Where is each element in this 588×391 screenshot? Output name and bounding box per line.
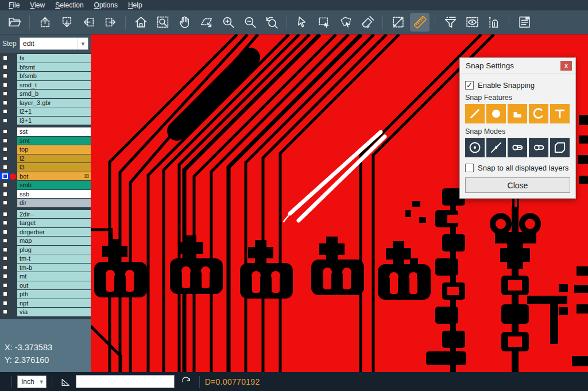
snap-slot-button[interactable] (529, 138, 548, 157)
layer-row-tm-t[interactable]: tm-t (0, 254, 91, 263)
measure-distance-button[interactable] (388, 13, 408, 32)
layer-visibility-checkbox[interactable] (0, 127, 10, 136)
view-area-button[interactable] (462, 13, 482, 32)
ruler-button[interactable] (410, 13, 430, 32)
menu-item-selection[interactable]: Selection (50, 1, 88, 9)
layer-color-swatch[interactable] (10, 163, 17, 172)
layer-color-swatch[interactable] (10, 172, 17, 181)
layer-name[interactable]: l2 (17, 154, 91, 163)
layer-name[interactable]: l2+1 (17, 107, 91, 116)
layer-name[interactable]: smd_t (17, 81, 91, 90)
layer-name[interactable]: via (17, 308, 91, 316)
layer-color-swatch[interactable] (10, 272, 17, 281)
layer-visibility-checkbox[interactable] (0, 107, 10, 116)
layer-row-l2+1[interactable]: l2+1 (0, 107, 91, 116)
layer-name[interactable]: tm-t (17, 254, 91, 263)
filter-button[interactable] (440, 13, 460, 32)
layer-name[interactable]: top (17, 145, 91, 154)
layer-visibility-checkbox[interactable] (0, 72, 10, 80)
layer-visibility-checkbox[interactable] (0, 172, 10, 181)
layer-row-l3+1[interactable]: l3+1 (0, 117, 91, 125)
layer-row-smb[interactable]: smb (0, 181, 91, 189)
layer-visibility-checkbox[interactable] (0, 63, 10, 72)
layer-visibility-checkbox[interactable] (0, 54, 10, 63)
layer-row-smt[interactable]: smt (0, 137, 91, 145)
snap-arc-button[interactable] (529, 104, 548, 123)
layer-row-pth[interactable]: pth (0, 290, 91, 299)
select-polygon-button[interactable] (336, 13, 355, 32)
layer-row-smd_b[interactable]: smd_b (0, 90, 91, 98)
layer-visibility-checkbox[interactable] (0, 219, 10, 227)
layer-color-swatch[interactable] (10, 264, 17, 272)
enable-snapping-row[interactable]: Enable Snapping (465, 81, 570, 90)
layer-row-mt[interactable]: mt (0, 272, 91, 281)
layer-visibility-checkbox[interactable] (0, 137, 10, 145)
layer-row-l3[interactable]: l3 (0, 163, 91, 172)
layer-color-swatch[interactable] (10, 117, 17, 125)
snap-corner-button[interactable] (550, 138, 570, 157)
layer-visibility-checkbox[interactable] (0, 90, 10, 98)
layer-name[interactable]: sst (17, 127, 91, 136)
layer-color-swatch[interactable] (10, 54, 17, 63)
layer-row-npt[interactable]: npt (0, 299, 91, 308)
zoom-out-button[interactable] (240, 13, 260, 32)
layer-color-swatch[interactable] (10, 90, 17, 98)
layer-name[interactable]: 2dir-- (17, 210, 91, 219)
layer-name[interactable]: out (17, 281, 91, 290)
layer-name[interactable]: mt (17, 272, 91, 281)
report-panel-button[interactable] (514, 13, 534, 32)
layer-row-out[interactable]: out (0, 281, 91, 290)
layer-visibility-checkbox[interactable] (0, 290, 10, 299)
pan-right-button[interactable] (100, 13, 120, 32)
menu-item-help[interactable]: Help (123, 1, 148, 9)
layer-visibility-checkbox[interactable] (0, 163, 10, 172)
snap-point-on-line-button[interactable] (486, 138, 506, 157)
close-button[interactable]: Close (465, 177, 570, 193)
layer-row-smd_t[interactable]: smd_t (0, 81, 91, 90)
layer-row-plug[interactable]: plug (0, 246, 91, 254)
layer-visibility-checkbox[interactable] (0, 264, 10, 272)
layer-row-ssb[interactable]: ssb (0, 190, 91, 199)
layer-row-bfsmt[interactable]: bfsmt (0, 63, 91, 72)
layer-name[interactable]: tm-b (17, 264, 91, 272)
layer-row-l2[interactable]: l2 (0, 154, 91, 163)
layer-color-swatch[interactable] (10, 107, 17, 116)
layer-visibility-checkbox[interactable] (0, 254, 10, 263)
zoom-previous-button[interactable] (262, 13, 281, 32)
layer-name[interactable]: dirgerber (17, 228, 91, 237)
snap-center-button[interactable] (465, 138, 485, 157)
layer-visibility-checkbox[interactable] (0, 272, 10, 281)
layer-visibility-checkbox[interactable] (0, 246, 10, 254)
layer-name[interactable]: layer_3.gbr (17, 99, 91, 107)
layer-visibility-checkbox[interactable] (0, 228, 10, 237)
layer-color-swatch[interactable] (10, 299, 17, 308)
layer-name[interactable]: fx (17, 54, 91, 63)
layer-color-swatch[interactable] (10, 190, 17, 199)
layer-row-bfsmb[interactable]: bfsmb (0, 72, 91, 80)
layer-row-bot[interactable]: bot⊞ (0, 172, 91, 181)
layer-visibility-checkbox[interactable] (0, 237, 10, 245)
layer-row-target[interactable]: target (0, 219, 91, 227)
pan-left-button[interactable] (79, 13, 98, 32)
layer-visibility-checkbox[interactable] (0, 199, 10, 207)
layer-color-swatch[interactable] (10, 72, 17, 80)
layer-row-layer_3.gbr[interactable]: layer_3.gbr (0, 99, 91, 107)
layer-row-fx[interactable]: fx (0, 54, 91, 63)
layer-row-via[interactable]: via (0, 308, 91, 316)
snap-line-button[interactable] (465, 104, 485, 123)
layer-visibility-checkbox[interactable] (0, 99, 10, 107)
layer-visibility-checkbox[interactable] (0, 210, 10, 219)
layer-name[interactable]: smb (17, 181, 91, 189)
layer-visibility-checkbox[interactable] (0, 117, 10, 125)
menu-item-view[interactable]: View (25, 1, 50, 9)
layer-row-map[interactable]: map (0, 237, 91, 245)
layer-name[interactable]: npt (17, 299, 91, 308)
zoom-window-button[interactable] (153, 13, 172, 32)
select-cursor-button[interactable] (292, 13, 312, 32)
layer-name[interactable]: plug (17, 246, 91, 254)
layer-color-swatch[interactable] (10, 199, 17, 207)
layer-name[interactable]: bfsmt (17, 63, 91, 72)
refresh-icon[interactable] (180, 376, 192, 388)
dialog-titlebar[interactable]: Snap Settings x (460, 58, 575, 73)
command-input[interactable] (76, 375, 175, 388)
